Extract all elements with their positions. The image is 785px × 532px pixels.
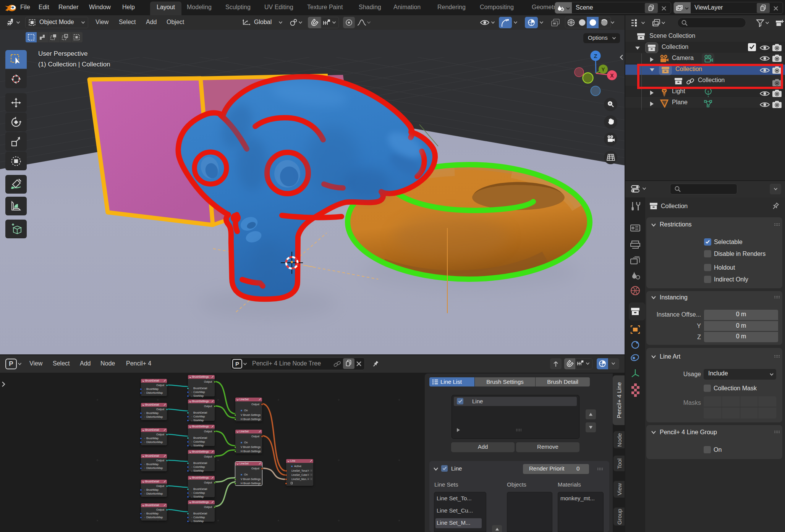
svg-text:X: X xyxy=(610,73,614,79)
svg-text:Z: Z xyxy=(594,53,597,59)
svg-text:Y: Y xyxy=(601,66,605,73)
